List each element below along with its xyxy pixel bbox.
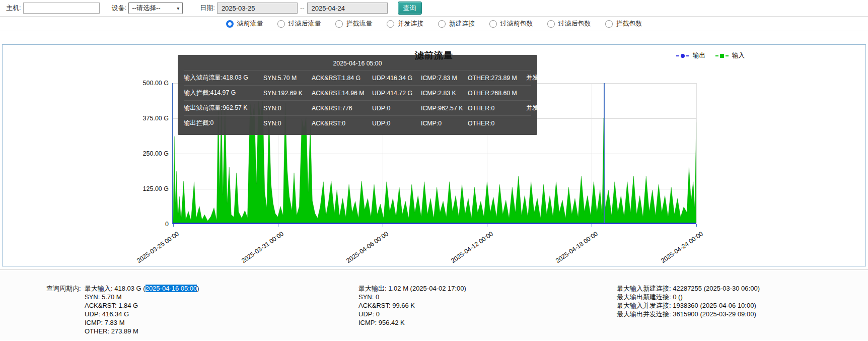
summary-line: 最大输出新建连接: 0 () [617, 293, 760, 301]
device-select[interactable]: --请选择-- ▾ [128, 2, 183, 14]
x-tick [173, 224, 174, 227]
filter-radio-2[interactable]: 拦截流量 [335, 19, 373, 28]
tooltip-cell: ACK&RST:14.96 M [312, 90, 372, 97]
legend-circle-marker-icon [681, 54, 685, 58]
x-axis-tick-label: 2025-03-25 00:00 [135, 230, 180, 264]
tooltip-cell: SYN:5.70 M [263, 75, 312, 82]
date-from-input[interactable] [217, 3, 298, 14]
max-input-text: 最大输入: 418.03 G ( [85, 285, 146, 292]
legend-square-marker-icon [720, 54, 724, 58]
filter-radio-label: 拦截包数 [616, 19, 642, 28]
tooltip-cell: UDP:0 [372, 120, 421, 127]
tooltip-cell: 并发连接:40125 [526, 104, 570, 112]
summary-max-input-line: 最大输入: 418.03 G (2025-04-16 05:00) [85, 284, 199, 293]
x-tick [278, 224, 278, 227]
y-axis-tick-label: 375.00 G [137, 115, 169, 122]
y-axis-tick-label: 0 [137, 221, 169, 228]
filter-radio-0[interactable]: 滤前流量 [226, 19, 263, 28]
summary-line: ICMP: 7.83 M [85, 318, 199, 327]
tooltip-row-1: 输入拦截:414.97 GSYN:192.69 KACK&RST:14.96 M… [184, 85, 531, 100]
radio-icon [277, 20, 285, 28]
legend-dash-icon [686, 55, 689, 56]
x-axis-tick-label: 2025-04-18 00:00 [554, 230, 599, 264]
x-tick [696, 224, 697, 227]
chart-legend: 输出输入 [676, 51, 745, 60]
tooltip-cell: ACK&RST:0 [312, 120, 372, 127]
filter-radio-7[interactable]: 拦截包数 [605, 19, 642, 28]
date-range-separator: -- [300, 5, 305, 12]
filter-radio-4[interactable]: 新建连接 [438, 19, 475, 28]
traffic-chart-panel: 滤前流量 输出输入 500.00 G 375.00 G 250.00 G 125… [2, 44, 866, 266]
summary-line: OTHER: 273.89 M [85, 327, 199, 335]
radio-icon [489, 20, 497, 28]
y-axis-tick-label: 250.00 G [137, 150, 169, 157]
x-axis-tick-label: 2025-04-06 00:00 [345, 230, 390, 264]
tooltip-cell: OTHER:268.60 M [468, 90, 526, 97]
tooltip-datetime: 2025-04-16 05:00 [184, 58, 531, 70]
summary-line: SYN: 5.70 M [85, 293, 199, 301]
filter-radio-3[interactable]: 并发连接 [387, 19, 424, 28]
chart-tooltip: 2025-04-16 05:00 输入滤前流量:418.03 GSYN:5.70… [178, 55, 537, 135]
tooltip-cell: SYN:0 [263, 105, 312, 112]
tooltip-cell: UDP:0 [372, 105, 421, 112]
tooltip-cell: OTHER:0 [468, 105, 526, 112]
summary-connections-column: 最大输入新建连接: 42287255 (2025-03-30 06:00)最大输… [617, 284, 760, 318]
summary-line: ACK&RST: 1.84 G [85, 301, 199, 310]
chevron-down-icon: ▾ [177, 6, 179, 11]
tooltip-cell: UDP:416.34 G [372, 75, 421, 82]
max-input-text: ) [197, 285, 199, 292]
tooltip-cell: 输出滤前流量:962.57 K [184, 104, 263, 112]
device-select-value: --请选择-- [132, 4, 160, 13]
tooltip-cell: UDP:414.72 G [372, 90, 421, 97]
filter-radio-6[interactable]: 过滤后包数 [547, 19, 591, 28]
radio-icon [335, 20, 343, 28]
tooltip-cell: ICMP:7.83 M [421, 75, 468, 82]
radio-icon [226, 20, 234, 28]
filter-radio-1[interactable]: 过滤后流量 [277, 19, 321, 28]
radio-icon [547, 20, 555, 28]
x-axis-tick-label: 2025-04-24 00:00 [660, 230, 704, 264]
legend-dash-icon [676, 55, 679, 56]
filter-radio-group: 滤前流量过滤后流量拦截流量并发连接新建连接过滤前包数过滤后包数拦截包数 [0, 17, 868, 31]
device-label: 设备: [112, 4, 127, 13]
host-label: 主机: [6, 4, 21, 13]
summary-line: 最大输出并发连接: 3615900 (2025-03-29 09:00) [617, 310, 760, 318]
hover-crosshair-line [604, 83, 605, 223]
summary-max-output-column: 最大输出: 1.02 M (2025-04-02 17:00)SYN: 0ACK… [358, 284, 466, 327]
summary-line: SYN: 0 [358, 293, 466, 301]
x-tick [487, 224, 487, 227]
legend-dash-icon [715, 55, 718, 56]
legend-item-输入[interactable]: 输入 [715, 51, 745, 60]
summary-line: ACK&RST: 99.66 K [358, 301, 466, 310]
host-input[interactable] [23, 3, 100, 14]
x-axis-tick-label: 2025-04-12 00:00 [450, 230, 494, 264]
date-to-input[interactable] [307, 3, 388, 14]
tooltip-row-0: 输入滤前流量:418.03 GSYN:5.70 MACK&RST:1.84 GU… [184, 70, 531, 85]
summary-line: 最大输入并发连接: 1938360 (2025-04-06 10:00) [617, 301, 760, 310]
y-axis-tick-label: 125.00 G [137, 185, 169, 192]
summary-section: 公众号 傲盾 查询周期内: 最大输入: 418.03 G (2025-04-16… [0, 270, 868, 340]
tooltip-cell: OTHER:0 [468, 120, 526, 127]
summary-period-label: 查询周期内: [46, 284, 81, 293]
gridline [696, 83, 697, 223]
output-traffic-line-series [173, 223, 696, 224]
summary-max-input-column: 最大输入: 418.03 G (2025-04-16 05:00) SYN: 5… [85, 284, 199, 335]
x-tick [592, 224, 592, 227]
max-input-highlighted-datetime: 2025-04-16 05:00 [146, 285, 197, 292]
tooltip-cell: ICMP:2.83 K [421, 90, 468, 97]
x-axis-tick-label: 2025-03-31 00:00 [240, 230, 285, 264]
filter-radio-label: 过滤后包数 [558, 19, 591, 28]
query-button[interactable]: 查询 [398, 2, 422, 15]
radio-icon [605, 20, 613, 28]
summary-line: UDP: 0 [358, 310, 466, 318]
legend-label: 输入 [732, 51, 745, 60]
legend-item-输出[interactable]: 输出 [676, 51, 705, 60]
filter-radio-label: 过滤前包数 [500, 19, 533, 28]
legend-label: 输出 [693, 51, 705, 60]
summary-line: 最大输出: 1.02 M (2025-04-02 17:00) [358, 284, 466, 293]
filter-radio-5[interactable]: 过滤前包数 [489, 19, 533, 28]
tooltip-cell: 并发连接:164188 [526, 74, 573, 82]
legend-dash-icon [726, 55, 729, 56]
tooltip-cell: 输入拦截:414.97 G [184, 89, 263, 97]
tooltip-cell: SYN:0 [263, 120, 312, 127]
